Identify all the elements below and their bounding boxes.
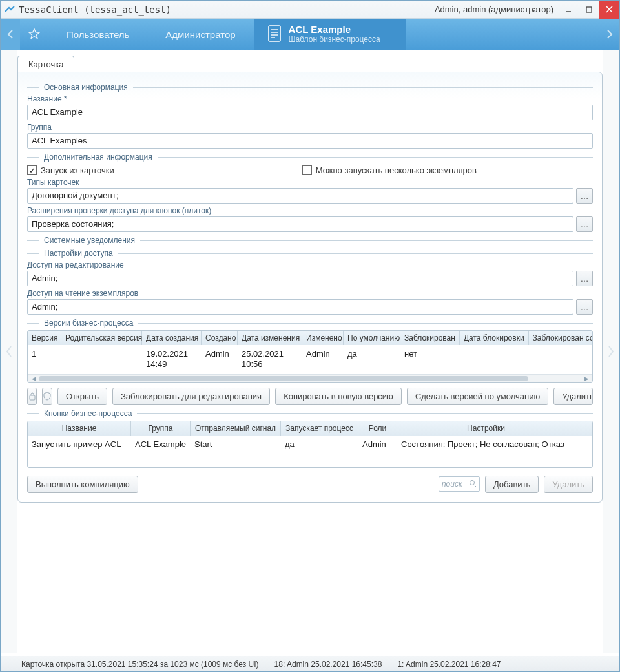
th-created-by[interactable]: Создано	[202, 331, 238, 345]
svg-line-11	[474, 485, 476, 487]
favorite-button[interactable]	[20, 19, 48, 50]
scroll-thumb[interactable]	[39, 376, 528, 381]
ext-access-label: Расширения проверки доступа для кнопок (…	[27, 206, 593, 215]
th-modified-date[interactable]: Дата изменения	[238, 331, 302, 345]
buttons-row[interactable]: Запустить пример ACL ACL Example Start д…	[28, 436, 592, 453]
status-1: 1: Admin 25.02.2021 16:28:47	[397, 660, 501, 669]
name-input[interactable]: ACL Example	[27, 105, 593, 120]
read-access-label: Доступ на чтение экземпляров	[27, 289, 593, 298]
compile-button[interactable]: Выполнить компиляцию	[27, 476, 138, 493]
th-parent[interactable]: Родительская версия	[61, 331, 142, 345]
card-types-input[interactable]: Договорной документ;	[27, 188, 574, 204]
th-bname[interactable]: Название	[28, 421, 131, 436]
check-multi-instance[interactable]: Можно запускать несколько экземпляров	[302, 165, 477, 175]
card-types-picker[interactable]: …	[576, 188, 593, 204]
open-button[interactable]: Открыть	[57, 388, 107, 405]
app-icon	[5, 5, 15, 15]
th-default[interactable]: По умолчанию	[344, 331, 400, 345]
card-tab[interactable]: Карточка	[17, 56, 74, 72]
edit-access-picker[interactable]: …	[576, 271, 593, 286]
versions-hscroll[interactable]: ◂ ▸	[28, 374, 592, 382]
card-frame: Основная информация Название * ACL Examp…	[17, 72, 603, 503]
status-opened: Карточка открыта 31.05.2021 15:35:24 за …	[21, 660, 259, 669]
buttons-row-empty	[28, 453, 592, 467]
svg-point-10	[470, 480, 474, 485]
th-broles[interactable]: Роли	[358, 421, 397, 436]
section-sysnotif: Системные уведомления	[44, 236, 135, 245]
lock-edit-button[interactable]: Заблокировать для редактирования	[112, 388, 270, 405]
edit-access-label: Доступ на редактирование	[27, 260, 593, 269]
scroll-left-icon[interactable]: ◂	[29, 375, 38, 383]
lock-icon-button[interactable]	[27, 388, 37, 405]
svg-rect-9	[30, 395, 35, 400]
tab-user[interactable]: Пользователь	[48, 19, 147, 50]
edit-access-input[interactable]: Admin;	[27, 271, 574, 286]
nav-forward-button[interactable]	[600, 19, 619, 50]
tab-acl-example[interactable]: ACL Example Шаблон бизнес-процесса	[254, 19, 406, 50]
th-bsettings[interactable]: Настройки	[397, 421, 575, 436]
buttons-table-head: Название Группа Отправляемый сигнал Запу…	[28, 421, 592, 436]
buttons-table: Название Группа Отправляемый сигнал Запу…	[27, 421, 593, 468]
versions-row[interactable]: 1 19.02.2021 14:49 Admin 25.02.2021 10:5…	[28, 345, 592, 374]
check-start-from-card-label: Запуск из карточки	[41, 165, 114, 175]
active-tab-subtitle: Шаблон бизнес-процесса	[289, 36, 380, 44]
add-button[interactable]: Добавить	[485, 476, 539, 493]
section-versions: Версии бизнес-процесса	[44, 319, 133, 328]
user-label: Admin, admin (администратор)	[435, 5, 553, 14]
th-version[interactable]: Версия	[28, 331, 61, 345]
statusbar: Карточка открыта 31.05.2021 15:35:24 за …	[1, 656, 619, 671]
svg-rect-4	[269, 26, 280, 41]
make-default-button[interactable]: Сделать версией по умолчанию	[407, 388, 548, 405]
minimize-button[interactable]	[559, 3, 578, 17]
th-bextra[interactable]	[575, 421, 592, 436]
th-locked[interactable]: Заблокирован	[400, 331, 460, 345]
search-placeholder: поиск	[442, 479, 462, 488]
read-access-input[interactable]: Admin;	[27, 299, 574, 315]
th-locked-date[interactable]: Дата блокировки	[460, 331, 529, 345]
card-types-label: Типы карточек	[27, 178, 593, 187]
ribbon: Пользователь Администратор ACL Example Ш…	[1, 19, 619, 50]
group-label: Группа	[27, 123, 593, 132]
delete-version-button[interactable]: Удалить ве	[553, 388, 593, 405]
th-bstarts[interactable]: Запускает процесс	[281, 421, 358, 436]
nav-back-button[interactable]	[1, 19, 20, 50]
versions-table: Версия Родительская версия Дата создания…	[27, 330, 593, 383]
check-start-from-card[interactable]: ✓Запуск из карточки	[27, 165, 114, 175]
group-input[interactable]: ACL Examples	[27, 133, 593, 149]
section-basic: Основная информация	[44, 83, 128, 92]
read-access-picker[interactable]: …	[576, 299, 593, 315]
search-icon	[469, 479, 477, 489]
active-tab-title: ACL Example	[289, 25, 380, 36]
shield-icon-button[interactable]	[42, 388, 52, 405]
app-window: TessaClient (tessa_acl_test) Admin, admi…	[0, 0, 620, 672]
th-bgroup[interactable]: Группа	[131, 421, 191, 436]
versions-table-head: Версия Родительская версия Дата создания…	[28, 331, 592, 345]
check-multi-instance-label: Можно запускать несколько экземпляров	[316, 165, 477, 175]
section-buttons: Кнопки бизнес-процесса	[44, 409, 132, 418]
search-input[interactable]: поиск	[439, 476, 480, 492]
delete-button[interactable]: Удалить	[544, 476, 593, 493]
tab-admin[interactable]: Администратор	[147, 19, 253, 50]
document-icon	[267, 25, 282, 45]
copy-new-version-button[interactable]: Копировать в новую версию	[275, 388, 402, 405]
status-18: 18: Admin 25.02.2021 16:45:38	[274, 660, 382, 669]
th-bsignal[interactable]: Отправляемый сигнал	[191, 421, 281, 436]
name-label: Название *	[27, 94, 593, 103]
th-locked-by[interactable]: Заблокирован сот	[529, 331, 593, 345]
scroll-right-icon[interactable]: ▸	[582, 375, 591, 383]
side-panel-left[interactable]	[1, 50, 17, 653]
maximize-button[interactable]	[579, 3, 599, 17]
section-access: Настройки доступа	[44, 249, 113, 258]
app-title: TessaClient (tessa_acl_test)	[19, 5, 171, 15]
th-modified-by[interactable]: Изменено	[302, 331, 344, 345]
th-created-date[interactable]: Дата создания	[142, 331, 202, 345]
side-panel-right[interactable]	[603, 50, 619, 653]
close-button[interactable]	[599, 1, 619, 19]
titlebar: TessaClient (tessa_acl_test) Admin, admi…	[1, 1, 619, 19]
body: Карточка Основная информация Название * …	[1, 50, 619, 656]
section-extra: Дополнительная информация	[44, 152, 152, 162]
ext-access-input[interactable]: Проверка состояния;	[27, 216, 574, 232]
ext-access-picker[interactable]: …	[576, 216, 593, 232]
svg-rect-1	[586, 7, 592, 12]
